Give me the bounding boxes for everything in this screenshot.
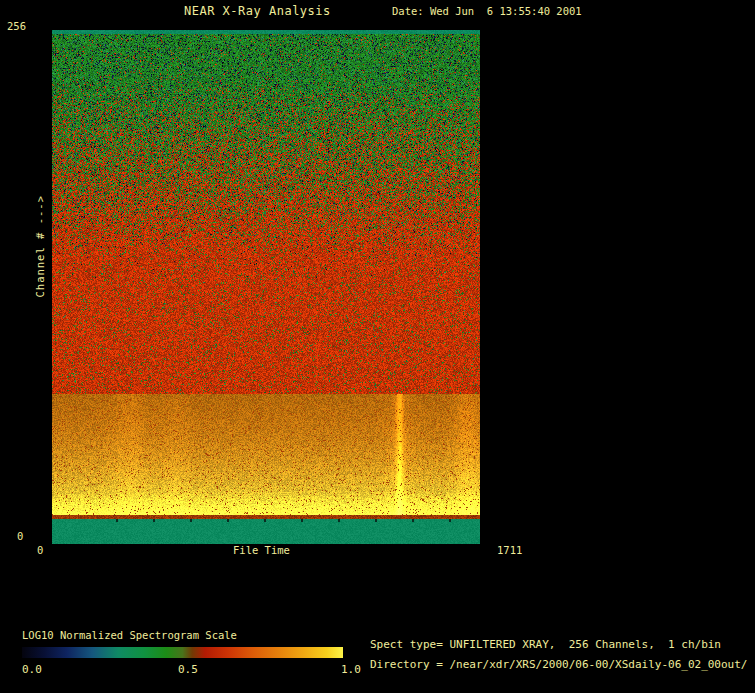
y-axis-min-tick: 0 [17,531,23,542]
colorbar-tick-max: 1.0 [341,664,361,675]
directory-line: Directory = /near/xdr/XRS/2000/06-00/XSd… [370,659,748,670]
x-axis-max-tick: 1711 [497,545,522,556]
x-axis-min-tick: 0 [37,545,43,556]
page-title: NEAR X-Ray Analysis [184,5,331,17]
spect-type-line: Spect type= UNFILTERED XRAY, 256 Channel… [370,639,721,650]
spectrogram-image [52,30,480,544]
x-axis-label: File Time [233,545,290,556]
y-axis-max-tick: 256 [7,21,26,32]
near-xray-analysis-window: NEAR X-Ray Analysis Date: Wed Jun 6 13:5… [0,0,755,693]
colorbar-tick-mid: 0.5 [178,664,198,675]
y-axis-label: Channel # ---> [35,195,46,298]
date-label: Date: Wed Jun 6 13:55:40 2001 [392,6,582,17]
colorbar-gradient [22,647,343,658]
colorbar-tick-min: 0.0 [22,664,42,675]
colorbar-title: LOG10 Normalized Spectrogram Scale [22,630,237,641]
